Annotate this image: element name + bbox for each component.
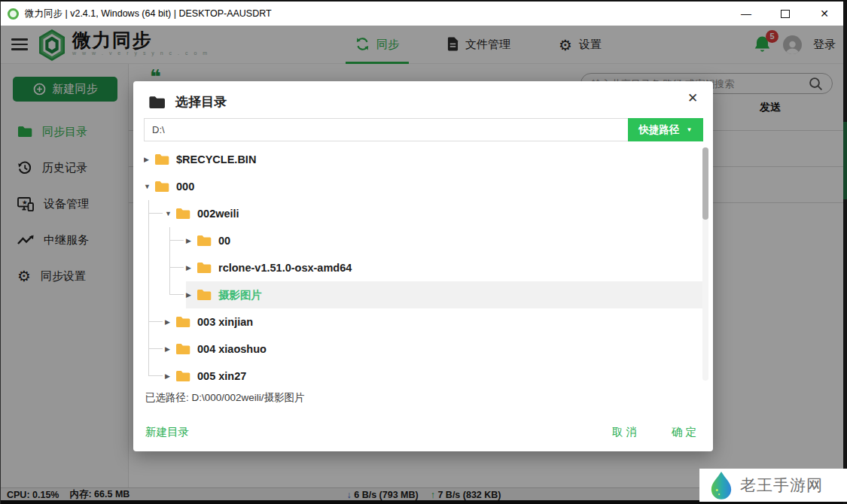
folder-icon	[148, 96, 166, 109]
expand-arrow-icon[interactable]: ▶	[186, 237, 197, 244]
tree-connector-line	[148, 200, 149, 376]
tree-row-label: 005 xin27	[197, 370, 246, 382]
collapse-arrow-icon[interactable]: ▼	[165, 210, 175, 217]
confirm-button[interactable]: 确 定	[672, 425, 696, 439]
folder-icon	[154, 181, 169, 193]
tree-row[interactable]: ▶ 00	[186, 227, 708, 254]
expand-arrow-icon[interactable]: ▶	[165, 318, 175, 326]
tree-row[interactable]: ▶ $RECYCLE.BIN	[144, 146, 708, 173]
tree-row-label: 002weili	[197, 208, 239, 220]
folder-icon	[154, 153, 169, 165]
tree-row-label: 摄影图片	[218, 288, 262, 302]
new-directory-link[interactable]: 新建目录	[145, 425, 189, 439]
selected-path-label: 已选路径: D:\000/002weili/摄影图片	[145, 391, 305, 405]
watermark: 老王手游网	[699, 469, 847, 502]
tree-connector-line	[169, 227, 170, 295]
watermark-text: 老王手游网	[740, 475, 823, 496]
directory-tree: ▶ $RECYCLE.BIN ▼ 000 ▼ 002weili ▶ 00 ▶	[144, 146, 708, 384]
tree-row-label: 000	[176, 181, 194, 193]
window-title: 微力同步 | v2.4.1, Windows (64 bit) | DESKTO…	[25, 8, 272, 20]
expand-arrow-icon[interactable]: ▶	[165, 372, 175, 380]
dialog-title: 选择目录	[175, 93, 227, 111]
folder-icon	[197, 262, 212, 274]
tree-row-label: 004 xiaoshuo	[197, 343, 267, 355]
dialog-header: 选择目录	[148, 93, 227, 111]
right-edge-strip	[843, 2, 847, 504]
collapse-arrow-icon[interactable]: ▼	[144, 183, 154, 190]
title-bar: 微力同步 | v2.4.1, Windows (64 bit) | DESKTO…	[1, 2, 847, 26]
maximize-button[interactable]	[781, 10, 790, 18]
waterdrop-logo-icon	[709, 471, 733, 499]
cancel-button[interactable]: 取 消	[612, 425, 637, 439]
dialog-footer: 新建目录 取 消 确 定	[145, 423, 696, 441]
quick-path-button[interactable]: 快捷路径 ▼	[628, 118, 703, 141]
expand-arrow-icon[interactable]: ▶	[186, 264, 197, 272]
path-bar: 快捷路径 ▼	[144, 118, 703, 141]
tree-row-label: $RECYCLE.BIN	[176, 153, 256, 165]
tree-row[interactable]: ▶ 005 xin27	[165, 363, 708, 384]
folder-icon	[197, 235, 212, 247]
tree-row-label: 003 xinjian	[197, 316, 253, 328]
minimize-button[interactable]: —	[737, 8, 755, 20]
expand-arrow-icon[interactable]: ▶	[186, 291, 197, 299]
close-button[interactable]: ✕	[815, 8, 833, 20]
app-icon	[8, 8, 19, 20]
tree-row-label: 00	[218, 235, 230, 247]
tree-scrollbar[interactable]	[702, 147, 708, 381]
tree-row[interactable]: ▶ 004 xiaoshuo	[165, 335, 708, 363]
expand-arrow-icon[interactable]: ▶	[144, 156, 154, 163]
tree-row[interactable]: ▼ 000	[144, 173, 708, 200]
folder-icon	[175, 370, 190, 382]
folder-icon	[197, 289, 212, 301]
folder-icon	[175, 208, 190, 220]
folder-icon	[175, 343, 190, 355]
quick-path-label: 快捷路径	[639, 123, 680, 137]
expand-arrow-icon[interactable]: ▶	[165, 345, 175, 353]
select-directory-dialog: 选择目录 ✕ 快捷路径 ▼ ▶ $RECYCLE.BIN ▼ 000	[133, 81, 713, 451]
folder-icon	[175, 316, 190, 328]
tree-row-label: rclone-v1.51.0-osx-amd64	[218, 262, 352, 274]
app-window: 微力同步 | v2.4.1, Windows (64 bit) | DESKTO…	[0, 0, 847, 504]
scrollbar-thumb[interactable]	[702, 147, 708, 220]
tree-row[interactable]: ▼ 002weili	[165, 200, 708, 227]
tree-row[interactable]: ▶ 003 xinjian	[165, 308, 708, 335]
chevron-down-icon: ▼	[687, 126, 693, 133]
tree-row-selected[interactable]: ▶ 摄影图片	[186, 281, 708, 308]
path-input[interactable]	[144, 118, 628, 141]
right-edge-green-segment	[843, 122, 847, 199]
tree-row[interactable]: ▶ rclone-v1.51.0-osx-amd64	[186, 254, 708, 281]
close-icon[interactable]: ✕	[684, 90, 701, 106]
